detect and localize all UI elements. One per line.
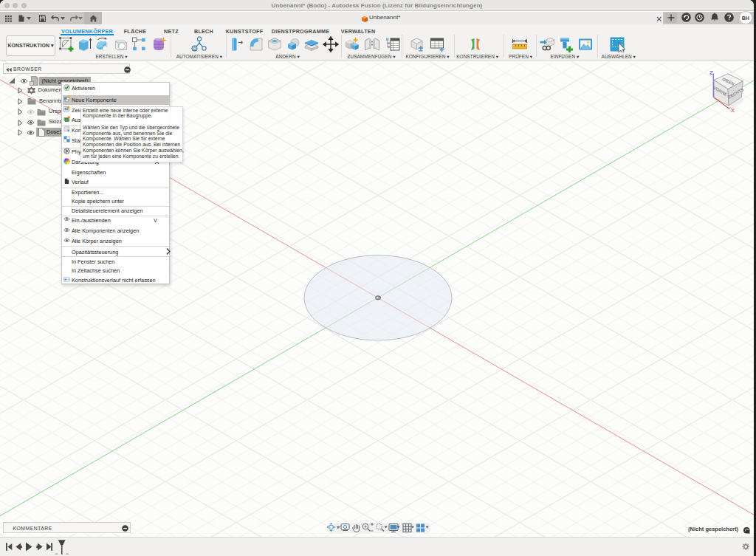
svg-text:Z: Z <box>709 69 713 76</box>
svg-text:X: X <box>731 107 735 114</box>
